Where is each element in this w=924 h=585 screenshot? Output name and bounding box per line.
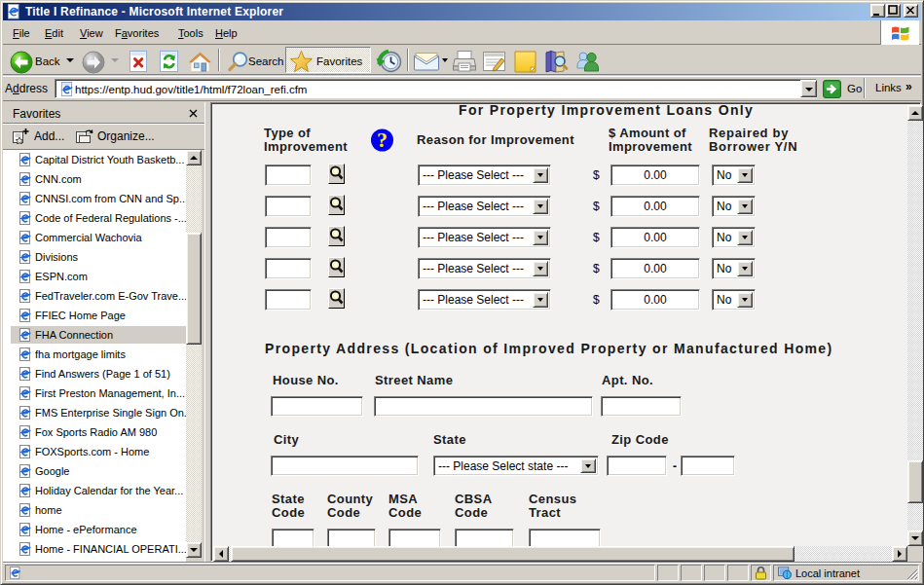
- svg-text:?: ?: [377, 128, 388, 152]
